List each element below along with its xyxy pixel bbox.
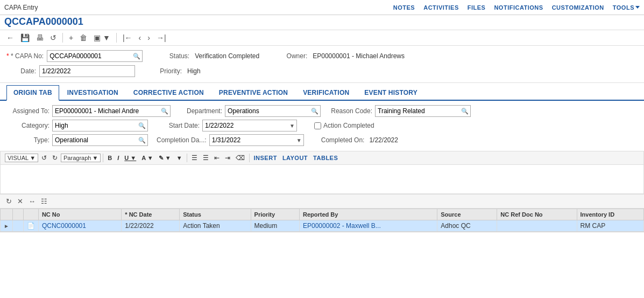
capa-no-input[interactable] bbox=[47, 50, 143, 62]
main-toolbar: ← 💾 🖶 ↺ + 🗑 ▣ ▼ |← ‹ › →| bbox=[0, 30, 644, 46]
row-expand-icon[interactable]: ► bbox=[4, 223, 9, 229]
table-row[interactable]: ► 📄 QCNC0000001 1/22/2022 Action Taken M… bbox=[1, 220, 644, 232]
assigned-to-input[interactable] bbox=[52, 105, 171, 117]
tab-investigation[interactable]: INVESTIGATION bbox=[60, 85, 125, 100]
back-button[interactable]: ← bbox=[4, 32, 16, 43]
tools-nav[interactable]: TOOLS bbox=[613, 4, 634, 11]
capa-no-label: * CAPA No: bbox=[6, 52, 44, 60]
col-expand bbox=[1, 209, 13, 220]
reason-code-input[interactable] bbox=[375, 105, 471, 117]
nc-no-link[interactable]: QCNC0000001 bbox=[42, 222, 86, 230]
type-search-icon[interactable]: 🔍 bbox=[137, 137, 147, 144]
owner-value: EP00000001 - Michael Andrews bbox=[310, 51, 407, 61]
category-search-icon[interactable]: 🔍 bbox=[137, 122, 147, 129]
layout-btn[interactable]: LAYOUT bbox=[280, 154, 310, 162]
paragraph-arrow: ▼ bbox=[92, 155, 98, 161]
record-title: QCCAPA0000001 bbox=[4, 16, 640, 27]
paragraph-label: Paragraph bbox=[63, 155, 91, 161]
tab-event-history[interactable]: EVENT HISTORY bbox=[357, 85, 424, 100]
row-expand-cell[interactable]: ► bbox=[1, 220, 13, 232]
font-color-btn[interactable]: A ▼ bbox=[139, 154, 155, 162]
row-reported-by[interactable]: EP00000002 - Maxwell B... bbox=[300, 220, 437, 232]
type-label: Type: bbox=[6, 136, 49, 144]
align-btn[interactable]: ▼ bbox=[174, 154, 185, 162]
reported-by-link[interactable]: EP00000002 - Maxwell B... bbox=[303, 222, 381, 230]
grid-refresh-btn[interactable]: ↻ bbox=[4, 197, 13, 206]
italic-btn[interactable]: I bbox=[115, 154, 121, 162]
save-button[interactable]: 💾 bbox=[18, 32, 32, 43]
indent-right-btn[interactable]: ⇥ bbox=[223, 154, 232, 162]
row-nc-no[interactable]: QCNC0000001 bbox=[38, 220, 121, 232]
tab-corrective-action[interactable]: CORRECTIVE ACTION bbox=[126, 85, 211, 100]
department-search-icon[interactable]: 🔍 bbox=[310, 108, 320, 115]
next-button[interactable]: › bbox=[145, 32, 152, 43]
eraser-btn[interactable]: ⌫ bbox=[233, 154, 247, 162]
reason-code-search-icon[interactable]: 🔍 bbox=[460, 108, 470, 115]
redo-editor-btn[interactable]: ↻ bbox=[50, 154, 60, 162]
insert-btn[interactable]: INSERT bbox=[252, 154, 279, 162]
bold-btn[interactable]: B bbox=[105, 154, 114, 162]
row-nc-date: 1/22/2022 bbox=[122, 220, 180, 232]
paragraph-dropdown[interactable]: Paragraph ▼ bbox=[61, 154, 101, 162]
completion-date-input[interactable] bbox=[209, 134, 304, 146]
highlight-btn[interactable]: ✎ ▼ bbox=[157, 154, 173, 162]
undo-button[interactable]: ↺ bbox=[48, 32, 59, 43]
col-nc-date: * NC Date bbox=[122, 209, 180, 220]
first-button[interactable]: |← bbox=[121, 32, 135, 43]
type-input[interactable] bbox=[52, 134, 148, 146]
data-grid-wrap: NC No * NC Date Status Priority Reported… bbox=[0, 209, 644, 232]
completion-date-label: Completion Da...: bbox=[157, 136, 207, 144]
tables-btn[interactable]: TABLES bbox=[311, 154, 340, 162]
last-button[interactable]: →| bbox=[154, 32, 168, 43]
visual-dropdown[interactable]: VISUAL ▼ bbox=[5, 154, 38, 162]
tools-dropdown-icon[interactable] bbox=[635, 6, 640, 9]
col-status: Status bbox=[180, 209, 251, 220]
notifications-nav[interactable]: NOTIFICATIONS bbox=[494, 4, 543, 11]
delete-button[interactable]: 🗑 bbox=[77, 32, 89, 43]
owner-label: Owner: bbox=[283, 52, 307, 60]
list-ol-btn[interactable]: ☰ bbox=[189, 154, 200, 162]
print-button[interactable]: 🖶 bbox=[34, 32, 46, 43]
editor-body[interactable] bbox=[0, 164, 644, 194]
underline-btn[interactable]: U ▼ bbox=[122, 154, 138, 162]
row-source: Adhoc QC bbox=[437, 220, 497, 232]
start-date-input[interactable] bbox=[202, 120, 297, 131]
assigned-to-search-icon[interactable]: 🔍 bbox=[160, 108, 169, 115]
col-priority: Priority bbox=[251, 209, 299, 220]
capa-no-search-icon[interactable]: 🔍 bbox=[132, 53, 141, 60]
grid-export-btn[interactable]: ☷ bbox=[39, 197, 49, 206]
form-area: * CAPA No: 🔍 Status: Verification Comple… bbox=[0, 46, 644, 83]
tab-origin[interactable]: ORIGIN TAB bbox=[6, 85, 59, 101]
action-completed-checkbox[interactable] bbox=[314, 122, 321, 129]
visual-arrow: ▼ bbox=[30, 155, 36, 161]
grid-toolbar: ↻ ✕ ↔ ☷ bbox=[0, 194, 644, 209]
prev-button[interactable]: ‹ bbox=[137, 32, 144, 43]
col-note bbox=[12, 209, 23, 220]
files-nav[interactable]: FILES bbox=[468, 4, 486, 11]
horizontal-scrollbar[interactable] bbox=[0, 232, 644, 238]
undo-editor-btn[interactable]: ↺ bbox=[39, 154, 49, 162]
add-button[interactable]: + bbox=[67, 32, 75, 43]
action-completed-label: Action Completed bbox=[323, 122, 374, 129]
activities-nav[interactable]: ACTIVITIES bbox=[423, 4, 459, 11]
indent-left-btn[interactable]: ⇤ bbox=[212, 154, 222, 162]
grid-fit-btn[interactable]: ↔ bbox=[27, 197, 37, 206]
col-source: Source bbox=[437, 209, 497, 220]
status-label: Status: bbox=[160, 52, 189, 60]
col-doc bbox=[23, 209, 38, 220]
completed-on-label: Completed On: bbox=[321, 136, 365, 144]
action-completed-group[interactable]: Action Completed bbox=[314, 122, 374, 129]
copy-button[interactable]: ▣ ▼ bbox=[91, 32, 112, 43]
department-input[interactable] bbox=[225, 105, 321, 117]
completed-on-value: 1/22/2022 bbox=[367, 135, 400, 145]
tabs-bar: ORIGIN TAB INVESTIGATION CORRECTIVE ACTI… bbox=[0, 85, 644, 101]
customization-nav[interactable]: CUSTOMIZATION bbox=[552, 4, 604, 11]
tab-preventive-action[interactable]: PREVENTIVE ACTION bbox=[212, 85, 295, 100]
grid-close-btn[interactable]: ✕ bbox=[16, 197, 25, 206]
category-input[interactable] bbox=[52, 120, 148, 131]
notes-nav[interactable]: NOTES bbox=[393, 4, 415, 11]
tab-verification[interactable]: VERIFICATION bbox=[296, 85, 356, 100]
start-date-label: Start Date: bbox=[157, 122, 200, 129]
list-ul-btn[interactable]: ☰ bbox=[201, 154, 211, 162]
date-input[interactable] bbox=[39, 65, 135, 77]
